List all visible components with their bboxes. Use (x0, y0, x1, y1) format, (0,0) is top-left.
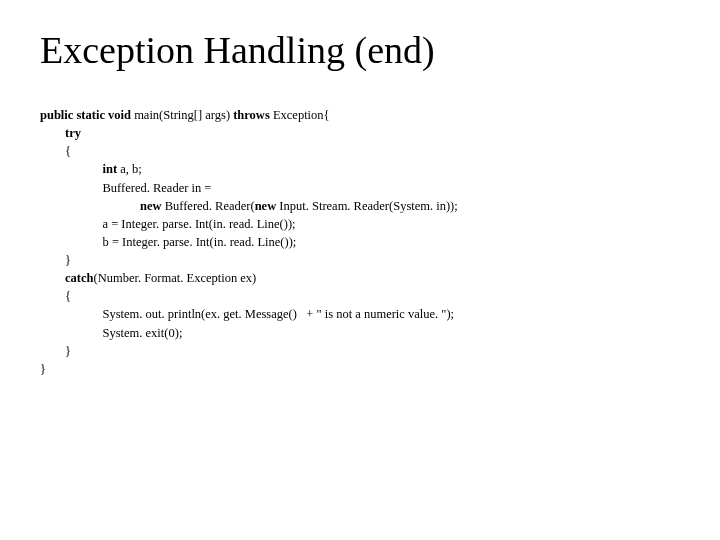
code-text: } (40, 362, 46, 376)
slide: Exception Handling (end) public static v… (0, 0, 720, 398)
code-text: { (40, 144, 71, 158)
kw-new: new (255, 199, 280, 213)
code-text: { (40, 289, 71, 303)
code-text: b = Integer. parse. Int(in. read. Line()… (40, 235, 296, 249)
code-text: (Number. Format. Exception ex) (93, 271, 256, 285)
code-text: System. out. println(ex. get. Message() … (40, 307, 454, 321)
kw-try: try (40, 126, 81, 140)
kw-catch: catch (40, 271, 93, 285)
code-text: a = Integer. parse. Int(in. read. Line()… (40, 217, 296, 231)
code-block: public static void main(String[] args) t… (40, 106, 680, 378)
kw-throws: throws (233, 108, 273, 122)
code-text: Input. Stream. Reader(System. in)); (279, 199, 457, 213)
kw-public-static-void: public static void (40, 108, 134, 122)
code-text: main(String[] args) (134, 108, 233, 122)
code-text: Buffered. Reader( (165, 199, 255, 213)
code-text: System. exit(0); (40, 326, 182, 340)
code-text: } (40, 253, 71, 267)
code-text: a, b; (120, 162, 142, 176)
code-text: } (40, 344, 71, 358)
kw-new: new (40, 199, 165, 213)
kw-int: int (40, 162, 120, 176)
code-text: Buffered. Reader in = (40, 181, 211, 195)
code-text: Exception{ (273, 108, 330, 122)
page-title: Exception Handling (end) (40, 28, 680, 72)
